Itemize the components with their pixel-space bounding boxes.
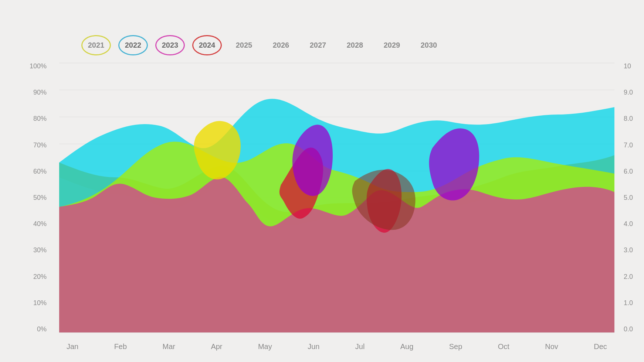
x-label-oct: Oct	[498, 342, 509, 351]
x-label-sep: Sep	[449, 342, 462, 351]
chart-svg	[59, 63, 614, 332]
legend-2030[interactable]: 2030	[414, 35, 444, 55]
x-axis: Jan Feb Mar Apr May Jun Jul Aug Sep Oct …	[59, 342, 614, 351]
legend-2026[interactable]: 2026	[266, 35, 296, 55]
y-label-20: 20%	[33, 273, 47, 280]
y-label-60: 60%	[33, 168, 47, 175]
y-right-2: 2.0	[624, 273, 633, 280]
legend-area: 2021 2022 2023 2024 2025 2026 2027 2028 …	[81, 35, 444, 55]
y-right-3: 3.0	[624, 247, 633, 253]
y-right-9: 9.0	[624, 89, 633, 96]
x-label-may: May	[258, 342, 272, 351]
y-label-0: 0%	[37, 326, 47, 332]
y-label-90: 90%	[33, 89, 47, 96]
legend-2022[interactable]: 2022	[118, 35, 148, 55]
y-right-4: 4.0	[624, 221, 633, 227]
y-right-10: 10	[624, 63, 631, 69]
chart-container: 2021 2022 2023 2024 2025 2026 2027 2028 …	[0, 0, 644, 362]
x-label-jun: Jun	[308, 342, 319, 351]
legend-2027[interactable]: 2027	[303, 35, 333, 55]
legend-2024[interactable]: 2024	[192, 35, 222, 55]
x-label-mar: Mar	[163, 342, 175, 351]
legend-2029[interactable]: 2029	[377, 35, 407, 55]
y-right-7: 7.0	[624, 142, 633, 148]
legend-2023[interactable]: 2023	[155, 35, 185, 55]
y-label-70: 70%	[33, 142, 47, 148]
legend-2028[interactable]: 2028	[340, 35, 370, 55]
x-label-jul: Jul	[355, 342, 365, 351]
y-label-30: 30%	[33, 247, 47, 253]
x-label-aug: Aug	[400, 342, 414, 351]
y-label-100: 100%	[30, 63, 47, 69]
y-label-40: 40%	[33, 221, 47, 227]
y-right-8: 8.0	[624, 115, 633, 122]
y-right-0: 0.0	[624, 326, 633, 332]
x-label-dec: Dec	[594, 342, 607, 351]
x-label-nov: Nov	[545, 342, 558, 351]
y-label-50: 50%	[33, 194, 47, 201]
y-right-6: 6.0	[624, 168, 633, 175]
y-label-80: 80%	[33, 115, 47, 122]
legend-2025[interactable]: 2025	[229, 35, 259, 55]
y-axis-left: 100% 90% 80% 70% 60% 50% 40% 30% 20% 10%…	[30, 63, 47, 332]
y-axis-right: 10 9.0 8.0 7.0 6.0 5.0 4.0 3.0 2.0 1.0 0…	[624, 63, 633, 332]
y-right-1: 1.0	[624, 300, 633, 306]
y-right-5: 5.0	[624, 194, 633, 201]
legend-2021[interactable]: 2021	[81, 35, 111, 55]
x-label-feb: Feb	[114, 342, 127, 351]
x-label-jan: Jan	[67, 342, 78, 351]
x-label-apr: Apr	[211, 342, 222, 351]
y-label-10: 10%	[33, 300, 47, 306]
